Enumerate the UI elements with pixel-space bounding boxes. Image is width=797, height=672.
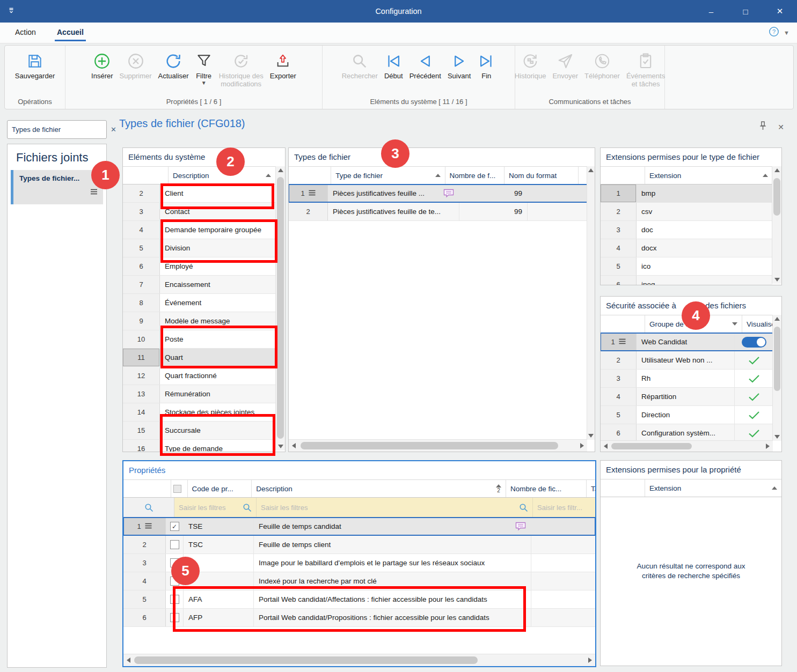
visualize-toggle[interactable] (742, 337, 766, 348)
count-column-header[interactable]: Nombre de f... (445, 167, 504, 184)
row-menu-icon[interactable] (145, 522, 152, 530)
table-row[interactable]: 2 Utilisateur Web non ... (601, 351, 773, 370)
table-row[interactable]: 12 Quart fractionné (123, 367, 275, 385)
row-number-header (123, 167, 169, 184)
row-menu-icon[interactable] (90, 187, 98, 197)
search-icon (243, 503, 252, 512)
filter-cell[interactable] (123, 498, 174, 517)
search-input[interactable] (8, 125, 111, 134)
help-icon[interactable]: ? (769, 26, 779, 39)
table-row[interactable]: 3 Contact (123, 203, 275, 221)
table-row[interactable]: 11 Quart (123, 349, 275, 367)
last-button[interactable]: Fin (474, 50, 499, 82)
refresh-button[interactable]: Actualiser (155, 50, 192, 82)
extension-column-header[interactable]: Extension (645, 479, 781, 497)
table-row[interactable]: 4 Indexé pour la recherche par mot clé 9… (123, 572, 595, 590)
table-row[interactable]: 5 AFA Portail Web candidat/Affectations … (123, 590, 595, 609)
table-row[interactable]: 13 Rémunération (123, 385, 275, 403)
count-column-header[interactable]: Nombre de fic... (506, 480, 587, 497)
check-icon (748, 393, 760, 401)
description-filter-input[interactable]: Saisir les filtres (257, 498, 533, 517)
count-filter-input[interactable]: Saisir les filtr... (533, 498, 596, 517)
filter-button[interactable]: Filtre ▼ (192, 50, 216, 85)
table-row[interactable]: 2 Pièces justificatives feuille de te...… (289, 203, 587, 221)
row-checkbox[interactable] (170, 613, 179, 622)
panel-title: Extensions permises pour la propriété (601, 461, 781, 479)
table-row[interactable]: 9 Modèle de message (123, 312, 275, 330)
table-row[interactable]: 6 jpeg (601, 276, 772, 285)
clear-search-icon[interactable]: ✕ (111, 125, 116, 134)
table-row[interactable]: 4 docx (601, 239, 772, 257)
close-button[interactable]: ✕ (763, 0, 797, 23)
table-row[interactable]: 1 bmp (601, 184, 772, 203)
first-button[interactable]: Début (381, 50, 406, 82)
table-row[interactable]: 5 Division (123, 239, 275, 257)
sort-ascending-secondary-icon: 2 (496, 484, 501, 493)
table-row[interactable]: 6 Employé (123, 257, 275, 276)
code-filter-input[interactable]: Saisir les filtres (174, 498, 257, 517)
table-row[interactable]: 6 AFP Portail Web candidat/Propositions … (123, 609, 595, 627)
horizontal-scrollbar[interactable] (289, 439, 587, 452)
type-column-header[interactable]: Type de fichier (331, 167, 445, 184)
comment-icon[interactable] (515, 522, 526, 531)
row-checkbox[interactable] (170, 522, 179, 531)
types-table-body: 1 Pièces justificatives feuille ... 99 2 (289, 184, 587, 221)
format-column-header[interactable]: Nom du format (504, 167, 579, 184)
table-row[interactable]: 5 ico (601, 257, 772, 276)
table-row[interactable]: 3 Rh (601, 370, 773, 388)
checkbox-column-header[interactable] (171, 480, 188, 497)
table-row[interactable]: 1 Pièces justificatives feuille ... 99 (289, 184, 587, 203)
security-group-column-header[interactable]: Groupe de s (645, 315, 742, 333)
vertical-scrollbar[interactable] (772, 315, 781, 441)
code-column-header[interactable]: Code de pr... (188, 480, 252, 497)
horizontal-scrollbar[interactable] (123, 654, 595, 666)
table-row[interactable]: 4 Répartition (601, 388, 773, 406)
size-column-header[interactable]: Tail (587, 480, 595, 497)
insert-button[interactable]: Insérer (88, 50, 116, 82)
table-row[interactable]: 3 Image pour le babillard d'emplois et l… (123, 554, 595, 572)
export-button[interactable]: Exporter (267, 50, 299, 82)
vertical-scrollbar[interactable] (772, 166, 781, 284)
vertical-scrollbar[interactable] (587, 166, 595, 440)
chevron-down-icon[interactable]: ▼ (784, 29, 789, 36)
next-button[interactable]: Suivant (444, 50, 474, 82)
table-row[interactable]: 2 Client (123, 184, 275, 203)
pin-icon[interactable] (759, 121, 767, 132)
row-checkbox[interactable] (170, 577, 179, 586)
save-button[interactable]: Sauvegarder (12, 50, 58, 82)
row-checkbox[interactable] (170, 558, 179, 567)
visualize-column-header[interactable]: Visualiser (742, 315, 773, 333)
table-row[interactable]: 14 Stockage des pièces jointes (123, 403, 275, 422)
tab-accueil[interactable]: Accueil (54, 27, 87, 38)
table-row[interactable]: 2 csv (601, 203, 772, 221)
horizontal-scrollbar[interactable] (601, 440, 773, 452)
maximize-button[interactable]: □ (728, 0, 763, 23)
table-row[interactable]: 5 Direction (601, 406, 773, 424)
table-row[interactable]: 3 doc (601, 221, 772, 239)
description-column-header[interactable]: Description 2 (252, 480, 506, 497)
row-checkbox[interactable] (170, 595, 179, 604)
row-checkbox[interactable] (170, 540, 179, 549)
table-row[interactable]: 2 TSC Feuille de temps client 99 (123, 536, 595, 554)
row-menu-icon[interactable] (619, 338, 626, 346)
tab-action[interactable]: Action (12, 27, 39, 38)
vertical-scrollbar[interactable] (275, 166, 285, 451)
table-row[interactable]: 1 Web Candidat (601, 333, 773, 351)
minimize-button[interactable]: – (694, 0, 728, 23)
extension-column-header[interactable]: Extension (645, 167, 772, 184)
table-row[interactable]: 1 TSE Feuille de temps candidat 99 (123, 518, 595, 536)
table-row[interactable]: 7 Encaissement (123, 276, 275, 294)
previous-button[interactable]: Précédent (406, 50, 444, 82)
table-row[interactable]: 4 Demande temporaire groupée (123, 221, 275, 239)
table-row[interactable]: 16 Type de demande (123, 440, 275, 452)
row-menu-icon[interactable] (309, 189, 316, 197)
sidebar-item-types-de-fichier[interactable]: Types de fichier... (11, 170, 103, 204)
table-row[interactable]: 6 Configuration systèm... (601, 424, 773, 442)
description-column-header[interactable]: Description (169, 167, 275, 184)
row-number-header (601, 167, 645, 184)
close-pane-icon[interactable]: ✕ (778, 123, 784, 131)
comment-icon[interactable] (443, 189, 454, 198)
table-row[interactable]: 8 Événement (123, 294, 275, 312)
table-row[interactable]: 10 Poste (123, 330, 275, 349)
table-row[interactable]: 15 Succursale (123, 422, 275, 440)
